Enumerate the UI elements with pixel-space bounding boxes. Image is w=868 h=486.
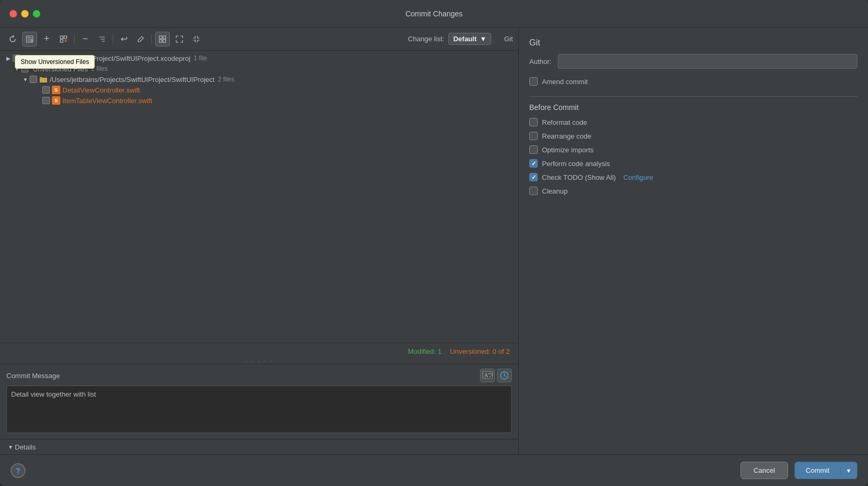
folder-icon: [39, 75, 48, 84]
swift-file-icon: S: [52, 96, 60, 105]
commit-button[interactable]: Commit ▼: [794, 462, 857, 479]
file-label: ItemTableViewController.swift: [62, 97, 152, 105]
svg-rect-12: [163, 36, 166, 39]
tooltip-show-unversioned: Show Unversioned Files: [15, 55, 95, 69]
titlebar: Commit Changes: [0, 0, 868, 27]
changelist-label: Change list:: [408, 35, 445, 43]
cleanup-checkbox[interactable]: [529, 187, 538, 195]
option-row-reformat[interactable]: Reformat code: [529, 118, 857, 126]
edit-button[interactable]: [133, 32, 148, 47]
details-label: Details: [15, 443, 36, 451]
commit-message-input[interactable]: Detail view together with list: [6, 386, 512, 433]
toolbar: + −: [0, 27, 518, 51]
status-bar: Modified: 1 Unversioned: 0 of 2: [0, 343, 518, 360]
option-row-rearrange[interactable]: Rearrange code: [529, 132, 857, 140]
commit-dropdown-arrow-icon[interactable]: ▼: [840, 467, 857, 474]
footer: ? Cancel Commit ▼: [0, 454, 868, 486]
help-button[interactable]: ?: [11, 463, 25, 478]
separator-1: [74, 34, 75, 44]
rearrange-checkbox[interactable]: [529, 132, 538, 140]
reformat-checkbox[interactable]: [529, 118, 538, 126]
show-unversioned-button[interactable]: [22, 32, 37, 47]
tree-row[interactable]: S ItemTableViewController.swift: [0, 95, 518, 106]
unversioned-status: Unversioned: 0 of 2: [450, 347, 510, 355]
commit-button-label: Commit: [795, 466, 840, 474]
amend-row[interactable]: Amend commit: [529, 77, 857, 86]
file-label: DetailViewController.swift: [62, 86, 140, 94]
refresh-button[interactable]: [5, 32, 20, 47]
configure-link[interactable]: Configure: [623, 173, 653, 181]
svg-rect-4: [31, 40, 33, 42]
amend-checkbox[interactable]: [529, 77, 538, 86]
main-window: Commit Changes: [0, 0, 868, 486]
folder-count: 2 files: [218, 76, 234, 83]
option-row-optimize[interactable]: Optimize imports: [529, 145, 857, 154]
view-toggle-button[interactable]: [155, 32, 170, 47]
collapse-arrow-icon: ▼: [21, 75, 30, 84]
svg-rect-7: [60, 40, 63, 42]
git-section-title: Git: [529, 38, 857, 48]
minus-button[interactable]: −: [78, 32, 93, 47]
details-arrow-icon: ▼: [6, 443, 15, 451]
divider: [529, 96, 857, 97]
amend-label: Amend commit: [542, 78, 588, 86]
changelist-dropdown[interactable]: Default ▼: [448, 33, 491, 45]
left-panel: + −: [0, 27, 519, 454]
reformat-label: Reformat code: [542, 118, 587, 126]
tree-checkbox[interactable]: [42, 86, 50, 94]
git-label: Git: [504, 35, 513, 43]
author-label: Author:: [529, 58, 551, 66]
maximize-button[interactable]: [33, 10, 40, 17]
svg-rect-5: [60, 36, 63, 39]
cleanup-label: Cleanup: [542, 187, 567, 195]
rearrange-label: Rearrange code: [542, 132, 591, 140]
option-row-todo[interactable]: Check TODO (Show All) Configure: [529, 173, 857, 181]
main-content: + −: [0, 27, 868, 454]
todo-label: Check TODO (Show All): [542, 173, 616, 181]
option-row-cleanup[interactable]: Cleanup: [529, 187, 857, 195]
commit-msg-tools: ABC: [480, 369, 512, 382]
file-tree[interactable]: ▶ ins/Projects/SwiftUIProject/SwiftUIPro…: [0, 51, 518, 343]
group-button[interactable]: [95, 32, 110, 47]
svg-rect-13: [159, 40, 162, 42]
tree-checkbox[interactable]: [30, 76, 37, 83]
window-controls: [10, 10, 40, 17]
modified-status: Modified: 1: [408, 347, 442, 355]
analyze-checkbox[interactable]: [529, 159, 538, 168]
commit-message-area: Commit Message ABC: [0, 364, 518, 439]
separator-2: [113, 34, 113, 44]
optimize-label: Optimize imports: [542, 146, 594, 154]
tree-checkbox[interactable]: [42, 97, 50, 104]
footer-buttons: Cancel Commit ▼: [740, 462, 857, 479]
close-button[interactable]: [10, 10, 17, 17]
author-input[interactable]: [558, 54, 857, 69]
tree-row[interactable]: S DetailViewController.swift: [0, 85, 518, 95]
move-button[interactable]: [56, 32, 71, 47]
folder-path-label: /Users/jetbrains/Projects/SwiftUIProject…: [50, 76, 214, 84]
collapse-arrow-icon: ▶: [4, 54, 13, 62]
expand-button[interactable]: [172, 32, 187, 47]
add-button[interactable]: +: [39, 32, 54, 47]
svg-rect-6: [64, 36, 67, 39]
optimize-checkbox[interactable]: [529, 145, 538, 154]
separator-3: [151, 34, 152, 44]
undo-button[interactable]: ↩: [116, 32, 131, 47]
commit-message-header: Commit Message ABC: [6, 369, 512, 382]
details-row[interactable]: ▼ Details: [0, 439, 518, 454]
spell-check-button[interactable]: ABC: [480, 369, 495, 382]
collapse-button[interactable]: [189, 32, 204, 47]
commit-history-button[interactable]: [497, 369, 512, 382]
right-panel: Git Author: Amend commit Before Commit R…: [519, 27, 868, 454]
root-count: 1 file: [194, 54, 207, 62]
window-title: Commit Changes: [405, 10, 463, 18]
analyze-label: Perform code analysis: [542, 160, 610, 168]
option-row-analyze[interactable]: Perform code analysis: [529, 159, 857, 168]
author-row: Author:: [529, 54, 857, 69]
minimize-button[interactable]: [21, 10, 29, 17]
swift-file-icon: S: [52, 86, 60, 94]
drag-handle[interactable]: ⋮⋮⋮⋮⋮: [0, 360, 518, 364]
todo-checkbox[interactable]: [529, 173, 538, 181]
cancel-button[interactable]: Cancel: [740, 462, 788, 479]
tree-row[interactable]: ▼ /Users/jetbrains/Projects/SwiftUIProje…: [0, 74, 518, 85]
commit-message-label: Commit Message: [6, 372, 60, 380]
